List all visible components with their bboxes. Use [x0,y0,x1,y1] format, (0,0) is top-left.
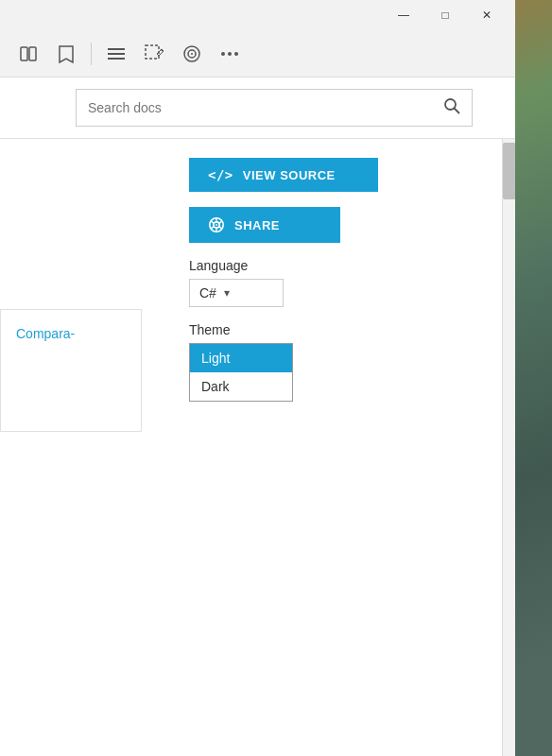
svg-rect-5 [146,45,159,59]
annotate-icon[interactable] [137,37,171,71]
svg-point-17 [216,224,217,226]
title-bar: — □ ✕ [0,0,515,30]
maximize-button[interactable]: □ [424,0,466,30]
left-card: Compara- [0,309,142,432]
browser-window: — □ ✕ [0,0,515,756]
browser-toolbar [0,30,515,77]
language-select[interactable]: C# ▾ [189,279,284,307]
svg-rect-1 [29,47,36,60]
theme-option-dark[interactable]: Dark [190,372,292,401]
svg-point-9 [191,53,193,55]
more-options-icon[interactable] [213,37,247,71]
content-area: Compara- </> VIEW SOURCE [0,139,515,756]
theme-section: Theme Light Dark [189,322,477,402]
language-section: Language C# ▾ [189,258,477,307]
svg-point-10 [221,52,225,56]
close-button[interactable]: ✕ [466,0,508,30]
svg-line-20 [219,227,222,229]
svg-line-14 [455,108,459,112]
view-source-button[interactable]: </> VIEW SOURCE [189,158,378,192]
theme-label: Theme [189,322,477,337]
cortana-icon[interactable] [175,37,209,71]
left-card-text: Compara- [16,326,75,341]
language-label: Language [189,258,477,273]
scrollbar-thumb[interactable] [503,143,515,199]
search-button[interactable] [443,97,460,119]
svg-rect-0 [21,47,27,60]
search-bar [76,89,473,127]
svg-line-23 [212,221,215,223]
dropdown-arrow-icon: ▾ [224,286,230,300]
language-value: C# [199,285,216,301]
svg-point-12 [234,52,238,56]
svg-line-19 [219,221,222,223]
search-bar-container [0,77,515,139]
toolbar-divider [91,43,92,65]
share-button[interactable]: SHARE [189,207,340,243]
theme-dropdown: Light Dark [189,343,293,402]
search-input[interactable] [88,100,443,115]
share-label: SHARE [234,218,280,232]
svg-line-22 [212,227,215,229]
share-icon [208,216,225,233]
scrollbar[interactable] [502,139,515,756]
view-source-label: VIEW SOURCE [243,168,336,182]
minimize-button[interactable]: — [383,0,424,30]
theme-option-light[interactable]: Light [190,344,292,372]
reader-view-icon[interactable] [11,37,45,71]
code-icon: </> [208,167,233,182]
svg-point-11 [228,52,232,56]
bookmark-icon[interactable] [49,37,83,71]
hamburger-menu-icon[interactable] [99,37,133,71]
